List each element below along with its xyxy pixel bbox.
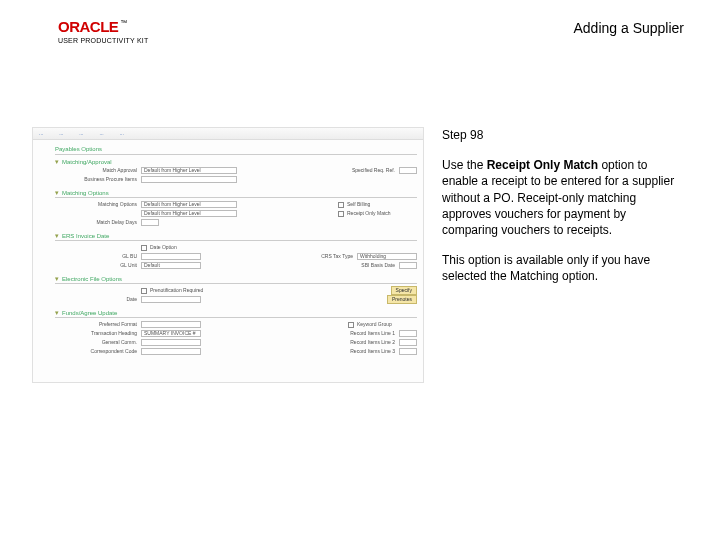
field-label: Prenotification Required: [150, 288, 240, 293]
section-title: ERS Invoice Date: [62, 233, 109, 239]
instruction-panel: Step 98 Use the Receipt Only Match optio…: [442, 127, 684, 383]
dropdown[interactable]: Default: [141, 262, 201, 269]
tab-item: ...: [120, 131, 124, 136]
input[interactable]: [141, 296, 201, 303]
prenotes-button[interactable]: Prenotes: [387, 295, 417, 304]
checkbox[interactable]: [338, 211, 344, 217]
bold-term: Receipt Only Match: [487, 158, 598, 172]
lookup[interactable]: [399, 167, 417, 174]
field-label: Business Procure Items: [55, 177, 141, 182]
dropdown[interactable]: Default from Higher Level: [141, 167, 237, 174]
input[interactable]: [141, 348, 201, 355]
field-label: Specified Req. Ref.: [339, 168, 399, 173]
logo-text: ORACLE: [58, 18, 118, 35]
lookup[interactable]: [399, 339, 417, 346]
form-body: Payables Options ▾Matching/Approval Matc…: [33, 140, 423, 382]
dropdown[interactable]: Default from Higher Level: [141, 201, 237, 208]
field-label: General Comm.: [55, 340, 141, 345]
logo: ORACLE ™ USER PRODUCTIVITY KIT: [58, 18, 148, 44]
tab-item: ...: [59, 131, 63, 136]
section-title: Payables Options: [55, 146, 417, 152]
lookup[interactable]: [399, 348, 417, 355]
field-label: Date: [55, 297, 141, 302]
field-label: Match Approval: [55, 168, 141, 173]
tab-item: ...: [39, 131, 43, 136]
page-title: Adding a Supplier: [573, 20, 684, 36]
app-screenshot: ... ... ... ... ... Payables Options ▾Ma…: [32, 127, 424, 383]
dropdown[interactable]: [141, 321, 201, 328]
logo-subtitle: USER PRODUCTIVITY KIT: [58, 37, 148, 44]
field-label: Receipt Only Match: [347, 211, 417, 216]
instruction-paragraph: Use the Receipt Only Match option to ena…: [442, 157, 684, 238]
field-label: Record Items Line 1: [339, 331, 399, 336]
dropdown[interactable]: [141, 176, 237, 183]
input[interactable]: [141, 339, 201, 346]
checkbox[interactable]: [141, 288, 147, 294]
tab-item: ...: [79, 131, 83, 136]
field-label: Correspondent Code: [55, 349, 141, 354]
field-label: Match Delay Days: [55, 220, 141, 225]
instruction-paragraph: This option is available only if you hav…: [442, 252, 684, 284]
section-title: Matching/Approval: [62, 159, 112, 165]
section-title: Electronic File Options: [62, 276, 122, 282]
field-label: Preferred Format: [55, 322, 141, 327]
field-label: Matching Options: [55, 202, 141, 207]
field-label: Record Items Line 3: [339, 349, 399, 354]
checkbox[interactable]: [348, 322, 354, 328]
specify-button[interactable]: Specify: [391, 286, 417, 295]
tab-item: ...: [100, 131, 104, 136]
field-label: Record Items Line 2: [339, 340, 399, 345]
app-tabs: ... ... ... ... ...: [33, 128, 423, 140]
field-label: Keyword Group: [357, 322, 417, 327]
field-label: CRS Tax Type: [297, 254, 357, 259]
input[interactable]: SUMMARY INVOICE #: [141, 330, 201, 337]
logo-trademark: ™: [120, 19, 127, 26]
dropdown[interactable]: [141, 253, 201, 260]
field-label: GL BU: [55, 254, 141, 259]
field-label: Transaction Heading: [55, 331, 141, 336]
section-title: Funds/Agree Update: [62, 310, 117, 316]
section-title: Matching Options: [62, 190, 109, 196]
checkbox[interactable]: [141, 245, 147, 251]
dropdown[interactable]: Default from Higher Level: [141, 210, 237, 217]
lookup[interactable]: [399, 330, 417, 337]
text: Use the: [442, 158, 487, 172]
field-label: GL Unit: [55, 263, 141, 268]
checkbox[interactable]: [338, 202, 344, 208]
field-label: Date Option: [150, 245, 177, 250]
dropdown[interactable]: Withholding: [357, 253, 417, 260]
input[interactable]: [141, 219, 159, 226]
lookup[interactable]: [399, 262, 417, 269]
step-label: Step 98: [442, 127, 684, 143]
field-label: SBI Basis Date: [339, 263, 399, 268]
field-label: Self Billing: [347, 202, 417, 207]
